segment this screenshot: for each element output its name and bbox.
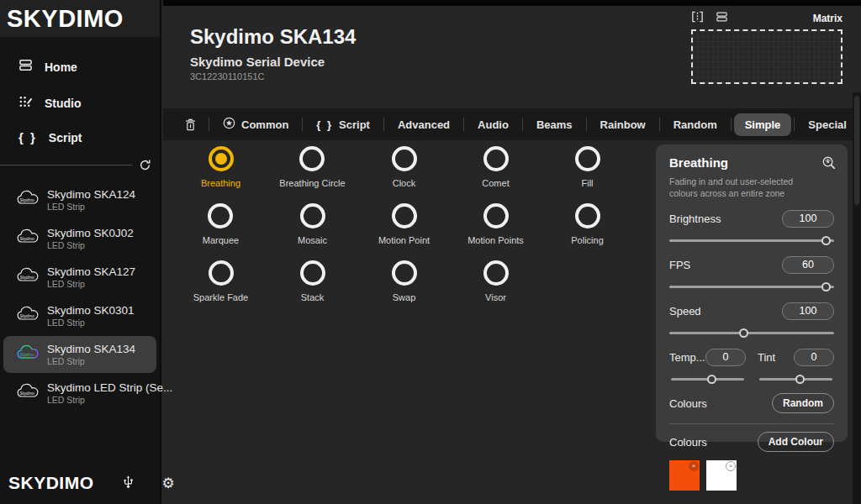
colour-swatches: × ×	[656, 452, 848, 491]
effect-mosaic[interactable]: Mosaic	[298, 203, 327, 260]
tab-common[interactable]: Common	[212, 112, 299, 137]
effect-sparkle-fade[interactable]: Sparkle Fade	[193, 260, 248, 318]
effect-stack[interactable]: Stack	[300, 260, 325, 318]
brightness-slider[interactable]	[669, 235, 834, 245]
effect-marquee[interactable]: Marquee	[203, 203, 239, 260]
cloud-icon: Skydimo	[15, 383, 40, 403]
device-type: LED Strip	[47, 318, 135, 328]
effect-radio-icon	[300, 260, 325, 286]
temp-label: Temp...	[669, 351, 705, 364]
effect-radio-icon	[392, 203, 417, 228]
window-top-edge	[163, 0, 861, 6]
layers-icon[interactable]	[716, 11, 728, 26]
matrix-toolbar: Matrix	[691, 11, 843, 26]
device-item-sk0j02[interactable]: Skydimo Skydimo SK0J02 LED Strip	[3, 220, 156, 257]
slider-track	[669, 239, 834, 242]
effect-label: Mosaic	[298, 235, 327, 245]
device-name: Skydimo SK0J02	[47, 227, 134, 239]
speed-value[interactable]: 100	[782, 302, 834, 320]
random-colours-button[interactable]: Random	[772, 393, 834, 413]
fps-value[interactable]: 60	[782, 256, 834, 274]
colour-swatch-white[interactable]: ×	[706, 460, 737, 491]
effect-motion-points[interactable]: Motion Points	[467, 203, 524, 260]
tab-divider	[463, 118, 464, 131]
temp-value[interactable]: 0	[705, 349, 746, 366]
tab-advanced[interactable]: Advanced	[387, 113, 461, 136]
effect-comet[interactable]: Comet	[482, 146, 509, 203]
temp-slider[interactable]	[671, 374, 744, 384]
device-type: LED Strip	[47, 202, 135, 212]
effect-clock[interactable]: Clock	[392, 146, 417, 203]
scrollbar-thumb[interactable]	[854, 96, 859, 205]
device-item-sk0301[interactable]: Skydimo Skydimo SK0301 LED Strip	[3, 297, 156, 334]
tint-slider[interactable]	[759, 374, 832, 384]
tab-script[interactable]: { } Script	[305, 113, 381, 136]
effect-label: Clock	[393, 178, 416, 188]
matrix-preview-grid[interactable]	[691, 29, 843, 84]
effect-visor[interactable]: Visor	[483, 260, 509, 318]
refresh-icon[interactable]	[132, 159, 160, 171]
remove-colour-icon[interactable]: ×	[689, 461, 699, 471]
tab-special[interactable]: Special	[797, 113, 858, 136]
effect-label: Sparkle Fade	[193, 292, 248, 302]
effect-breathing[interactable]: Breathing	[201, 146, 240, 203]
colours-mode-label: Colours	[669, 397, 707, 410]
slider-knob[interactable]	[795, 375, 805, 384]
device-name: Skydimo SKA124	[47, 188, 135, 201]
svg-text:Skydimo: Skydimo	[20, 391, 35, 396]
device-item-ska127[interactable]: Skydimo Skydimo SKA127 LED Strip	[3, 259, 156, 296]
cloud-icon: Skydimo	[15, 190, 40, 210]
preview-magnifier-icon[interactable]	[821, 155, 836, 173]
trash-icon[interactable]	[183, 118, 206, 131]
tab-simple-selected[interactable]: Simple	[734, 113, 792, 136]
brightness-value[interactable]: 100	[782, 210, 834, 228]
mirror-icon[interactable]	[691, 11, 704, 26]
studio-icon	[18, 94, 33, 112]
settings-gear-icon[interactable]: ⚙	[162, 475, 175, 492]
cloud-icon-rainbow: Skydimo	[15, 344, 40, 365]
nav-studio-label: Studio	[45, 97, 82, 110]
device-list-divider	[0, 159, 160, 171]
tint-value[interactable]: 0	[794, 349, 834, 366]
tab-random[interactable]: Random	[663, 113, 728, 136]
speed-slider[interactable]	[669, 328, 834, 338]
slider-knob[interactable]	[821, 282, 831, 291]
slider-knob[interactable]	[739, 328, 748, 338]
effect-policing[interactable]: Policing	[571, 203, 604, 260]
effect-label: Stack	[301, 292, 325, 302]
remove-colour-icon[interactable]: ×	[726, 461, 736, 471]
nav-script[interactable]: { } Script	[0, 121, 160, 154]
tab-simple-label: Simple	[745, 118, 781, 131]
tab-audio[interactable]: Audio	[467, 113, 520, 136]
slider-knob[interactable]	[821, 236, 831, 245]
add-colour-button[interactable]: Add Colour	[758, 432, 834, 452]
home-icon	[18, 58, 33, 76]
colour-swatch-orange[interactable]: ×	[669, 460, 700, 491]
nav-home[interactable]: Home	[0, 49, 160, 85]
effect-swap[interactable]: Swap	[392, 260, 417, 318]
tab-rainbow[interactable]: Rainbow	[589, 113, 657, 136]
tab-divider	[209, 118, 209, 131]
effect-radio-icon	[483, 260, 509, 286]
device-item-ska124[interactable]: Skydimo Skydimo SKA124 LED Strip	[3, 181, 156, 218]
slider-knob[interactable]	[707, 375, 716, 384]
device-item-ska134-selected[interactable]: Skydimo Skydimo SKA134 LED Strip	[3, 336, 156, 373]
braces-icon: { }	[316, 118, 333, 131]
tab-divider	[794, 118, 795, 131]
vertical-scrollbar[interactable]	[853, 92, 861, 504]
effect-radio-icon	[392, 260, 417, 286]
effect-breathing-circle[interactable]: Breathing Circle	[279, 146, 345, 203]
skydimo-app: SKYDIMO Home Studio { } Script	[0, 0, 861, 504]
tab-beams[interactable]: Beams	[526, 113, 584, 136]
fps-slider[interactable]	[669, 281, 834, 291]
device-serial: 3C12230110151C	[190, 71, 356, 81]
usb-icon[interactable]	[123, 475, 134, 492]
effect-fill[interactable]: Fill	[575, 146, 600, 203]
tab-script-label: Script	[339, 118, 370, 131]
device-item-led-strip-serial[interactable]: Skydimo Skydimo LED Strip (Se... LED Str…	[3, 375, 156, 412]
nav-studio[interactable]: Studio	[0, 85, 160, 121]
svg-text:Skydimo: Skydimo	[20, 276, 35, 280]
effect-motion-point[interactable]: Motion Point	[378, 203, 430, 260]
tab-common-label: Common	[241, 118, 288, 131]
device-subtitle: Skydimo Serial Device	[190, 55, 356, 69]
